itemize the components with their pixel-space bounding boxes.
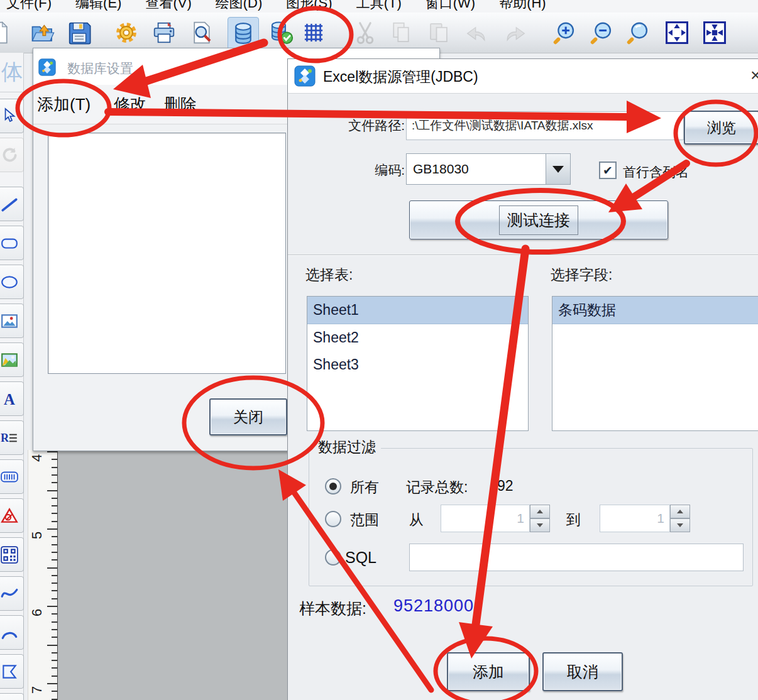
rounded-rect-tool[interactable]	[0, 226, 24, 260]
range-to-value[interactable]: 1	[600, 505, 670, 532]
rotate-tool	[0, 138, 24, 172]
print-button[interactable]	[149, 17, 179, 48]
menu-shape[interactable]: 图形(S)	[286, 0, 332, 12]
add-datasource-menu-item[interactable]: 添加(T)	[37, 85, 91, 124]
fit-window-button[interactable]	[662, 17, 692, 48]
zoom-in-icon	[552, 20, 578, 45]
encoding-dropdown[interactable]: GB18030	[406, 153, 571, 185]
settings-gear-button[interactable]	[111, 17, 141, 48]
excel-dialog-titlebar[interactable]: Excel数据源管理(JDBC) ×	[288, 59, 758, 94]
menu-window[interactable]: 窗口(W)	[426, 0, 475, 12]
fit-selection-button[interactable]	[700, 17, 730, 48]
spin-down-icon[interactable]	[530, 518, 550, 532]
select-cursor-tool[interactable]	[0, 99, 24, 133]
first-row-header-checkbox[interactable]: ✔	[599, 161, 617, 179]
menu-file[interactable]: 文件(F)	[6, 0, 52, 12]
arc-tool[interactable]	[0, 615, 24, 650]
dropdown-button[interactable]	[546, 154, 570, 184]
menu-view[interactable]: 查看(V)	[145, 0, 191, 12]
canvas-workspace	[58, 450, 287, 700]
print-preview-button[interactable]	[187, 17, 217, 48]
add-button[interactable]: 添加	[447, 652, 530, 691]
dialog-title: 数据库设置	[67, 60, 133, 77]
menu-edit[interactable]: 编辑(E)	[75, 0, 121, 12]
spin-down-icon[interactable]	[670, 518, 690, 532]
ruler-number: 6	[29, 601, 45, 616]
barcode-icon	[0, 468, 19, 486]
record-count-value: 92	[497, 478, 514, 495]
spinner-buttons[interactable]	[530, 505, 550, 532]
zoom-button[interactable]	[623, 17, 654, 48]
picture-tool[interactable]	[0, 342, 24, 377]
barcode-tool[interactable]	[0, 459, 24, 494]
range-from-label: 从	[409, 510, 424, 530]
range-to-label: 到	[566, 510, 581, 530]
database-button[interactable]	[228, 17, 259, 50]
zoom-out-button[interactable]	[587, 17, 617, 48]
rich-text-tool[interactable]: R	[0, 420, 24, 455]
arc-icon	[0, 623, 19, 642]
file-path-input[interactable]: :\工作文件\测试数据\IATA数据.xlsx	[406, 111, 684, 140]
redo-button	[500, 17, 530, 48]
menu-help[interactable]: 帮助(H)	[499, 0, 546, 12]
ellipse-tool[interactable]	[0, 265, 24, 299]
image-icon	[0, 312, 19, 331]
app-logo-icon	[294, 65, 316, 87]
list-item[interactable]: Sheet1	[307, 297, 528, 324]
curve-tool[interactable]	[0, 576, 24, 611]
spinner-buttons[interactable]	[670, 505, 690, 532]
image-tool[interactable]	[0, 304, 24, 338]
triangle-tool[interactable]	[0, 693, 24, 700]
table-list[interactable]: Sheet1Sheet2Sheet3	[307, 296, 529, 431]
grid-button[interactable]	[299, 17, 329, 48]
rotate-icon	[0, 146, 19, 165]
database-icon	[231, 21, 256, 46]
redo-icon	[502, 20, 527, 45]
range-from-spinner[interactable]: 1	[441, 505, 552, 532]
browse-button[interactable]: 浏览	[684, 111, 758, 145]
save-icon	[67, 20, 92, 45]
zoom-icon	[626, 20, 651, 45]
range-from-value[interactable]: 1	[441, 505, 530, 532]
save-button[interactable]	[64, 17, 94, 48]
test-connection-button[interactable]: 测试连接	[409, 200, 668, 239]
list-item[interactable]: Sheet3	[307, 351, 528, 378]
close-icon[interactable]: ×	[750, 65, 758, 85]
cancel-button[interactable]: 取消	[542, 652, 623, 691]
new-document-button[interactable]	[0, 17, 14, 48]
field-list[interactable]: 条码数据	[552, 296, 758, 431]
polygon-tool[interactable]	[0, 654, 24, 689]
open-folder-button[interactable]	[28, 17, 58, 48]
close-button[interactable]: 关闭	[209, 398, 287, 435]
qrcode-tool[interactable]	[0, 537, 24, 572]
list-item[interactable]: 条码数据	[552, 297, 758, 324]
filter-sql-label: SQL	[345, 549, 376, 567]
database-check-button[interactable]	[266, 17, 296, 48]
filter-sql-radio[interactable]	[325, 549, 341, 566]
settings-gear-icon	[114, 20, 139, 45]
spin-up-icon[interactable]	[530, 505, 550, 518]
menu-draw[interactable]: 绘图(D)	[216, 0, 263, 12]
range-to-spinner[interactable]: 1	[600, 505, 692, 532]
filter-all-radio[interactable]	[325, 478, 341, 495]
menu-tools[interactable]: 工具(T)	[356, 0, 402, 12]
filter-range-radio[interactable]	[325, 511, 341, 527]
polygon-icon	[0, 662, 19, 681]
rounded-rect-icon	[0, 234, 19, 253]
svg-text:A: A	[4, 390, 15, 407]
datasource-list[interactable]	[48, 133, 286, 374]
modify-datasource-menu-item[interactable]: 修改	[114, 85, 146, 124]
sql-input[interactable]	[409, 544, 744, 571]
ellipse-icon	[0, 273, 19, 292]
dialog-title: Excel数据源管理(JDBC)	[323, 67, 478, 87]
delete-datasource-menu-item[interactable]: 删除	[164, 85, 197, 124]
shape-warning-tool[interactable]	[0, 498, 24, 533]
qrcode-icon	[0, 545, 19, 564]
zoom-in-button[interactable]	[550, 17, 580, 48]
text-tool[interactable]: A	[0, 381, 24, 416]
line-tool[interactable]	[0, 187, 24, 221]
grid-icon	[301, 20, 326, 45]
line-icon	[0, 195, 19, 214]
list-item[interactable]: Sheet2	[307, 324, 528, 351]
spin-up-icon[interactable]	[670, 505, 690, 518]
